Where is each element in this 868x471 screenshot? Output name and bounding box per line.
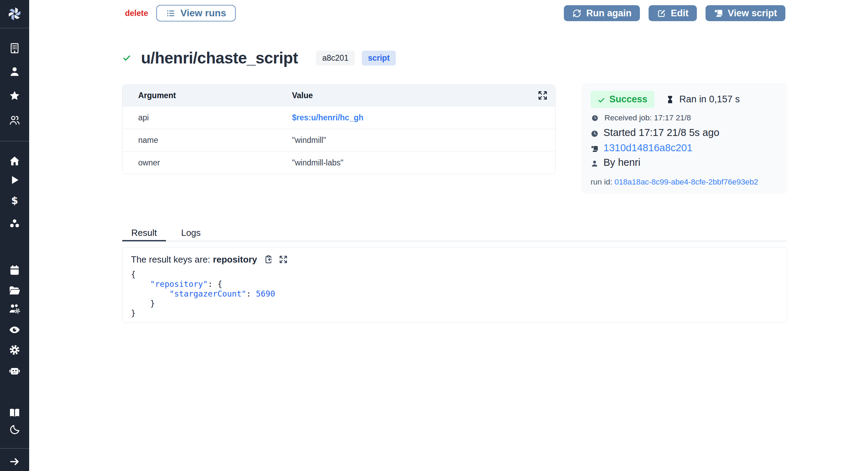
sidebar-divider bbox=[0, 448, 29, 449]
run-again-label: Run again bbox=[586, 8, 632, 19]
code-line: } bbox=[131, 308, 778, 318]
table-row: name"windmill" bbox=[123, 129, 555, 152]
list-icon bbox=[166, 9, 175, 18]
code-line: } bbox=[131, 299, 778, 308]
users-icon[interactable] bbox=[9, 114, 20, 126]
result-head: The result keys are: repository bbox=[131, 254, 778, 265]
windmill-run-page: $ delete View runs Run again Edit View s… bbox=[0, 0, 868, 471]
received-label: Received job: 17:17 21/8 bbox=[604, 113, 691, 122]
column-argument: Argument bbox=[123, 91, 292, 100]
script-hash-link[interactable]: 1310d14816a8c201 bbox=[603, 142, 692, 154]
clock-icon bbox=[591, 114, 599, 122]
folder-open-icon[interactable] bbox=[9, 284, 20, 296]
svg-text:$: $ bbox=[11, 195, 18, 206]
script-icon bbox=[714, 9, 723, 18]
hourglass-icon bbox=[666, 95, 675, 104]
by-label: By henri bbox=[603, 157, 640, 168]
page-title: u/henri/chaste_script bbox=[141, 49, 298, 67]
sidebar-divider bbox=[0, 28, 29, 28]
duration-label: Ran in 0,157 s bbox=[679, 94, 740, 105]
toolbar: delete View runs Run again Edit View scr… bbox=[122, 4, 785, 22]
argument-cell: owner bbox=[123, 158, 292, 168]
script-hash-row: 1310d14816a8c201 bbox=[591, 142, 778, 154]
boxes-icon[interactable] bbox=[9, 218, 20, 230]
delete-button[interactable]: delete bbox=[125, 9, 148, 18]
edit-button[interactable]: Edit bbox=[649, 5, 697, 21]
arguments-table: Argument Value api$res:u/henri/hc_ghname… bbox=[122, 84, 556, 174]
windmill-logo[interactable] bbox=[7, 6, 23, 22]
view-script-label: View script bbox=[728, 8, 777, 19]
view-script-button[interactable]: View script bbox=[706, 5, 785, 21]
expand-result-icon[interactable] bbox=[278, 255, 288, 264]
result-box: The result keys are: repository { "repos… bbox=[122, 247, 787, 323]
table-row: api$res:u/henri/hc_gh bbox=[123, 106, 555, 129]
value-cell: "windmill-labs" bbox=[292, 158, 555, 168]
sidebar: $ bbox=[0, 0, 29, 471]
view-runs-button[interactable]: View runs bbox=[156, 5, 236, 22]
moon-icon[interactable] bbox=[9, 424, 20, 436]
robot-icon[interactable] bbox=[9, 365, 20, 377]
arguments-table-header: Argument Value bbox=[123, 85, 555, 106]
duration: Ran in 0,157 s bbox=[666, 94, 740, 105]
result-tabs: ResultLogs bbox=[122, 225, 787, 241]
run-id-row: run id: 018a18ac-8c99-abe4-8cfe-2bbf76e9… bbox=[591, 178, 778, 187]
code-line: { bbox=[131, 269, 778, 279]
view-runs-label: View runs bbox=[180, 8, 226, 19]
sidebar-divider bbox=[0, 141, 29, 142]
users-gear-icon[interactable] bbox=[9, 303, 20, 315]
hash-badge: a8c201 bbox=[316, 51, 354, 66]
triggered-by: By henri bbox=[591, 157, 778, 168]
expand-table-icon[interactable] bbox=[537, 90, 548, 101]
tab-logs[interactable]: Logs bbox=[172, 225, 210, 241]
value-cell: "windmill" bbox=[292, 136, 555, 145]
building-icon[interactable] bbox=[9, 42, 20, 54]
run-again-button[interactable]: Run again bbox=[564, 5, 640, 21]
eye-icon[interactable] bbox=[9, 324, 20, 336]
edit-label: Edit bbox=[671, 8, 688, 19]
book-open-icon[interactable] bbox=[9, 407, 20, 419]
column-value: Value bbox=[292, 91, 555, 100]
received-job: Received job: 17:17 21/8 bbox=[591, 113, 778, 122]
play-icon[interactable] bbox=[9, 174, 20, 186]
result-keys-prefix: The result keys are: bbox=[131, 254, 210, 265]
star-icon[interactable] bbox=[9, 90, 20, 102]
started-at: Started 17:17 21/8 5s ago bbox=[591, 127, 778, 138]
status-label: Success bbox=[609, 94, 648, 105]
copy-result-icon[interactable] bbox=[263, 255, 273, 264]
tab-result[interactable]: Result bbox=[122, 225, 166, 241]
script-icon bbox=[591, 144, 599, 152]
title-row: u/henri/chaste_script a8c201 script bbox=[122, 49, 396, 67]
user-icon[interactable] bbox=[9, 66, 20, 77]
code-line: "stargazerCount": 5690 bbox=[131, 289, 778, 299]
home-icon[interactable] bbox=[9, 155, 20, 167]
run-id-link[interactable]: 018a18ac-8c99-abe4-8cfe-2bbf76e93eb2 bbox=[615, 178, 758, 186]
dollar-icon[interactable]: $ bbox=[9, 195, 20, 207]
started-label: Started 17:17 21/8 5s ago bbox=[603, 127, 719, 138]
success-check-icon bbox=[122, 53, 131, 62]
argument-cell: name bbox=[123, 136, 292, 145]
resource-link[interactable]: $res:u/henri/hc_gh bbox=[292, 113, 555, 122]
result-keys: repository bbox=[213, 254, 257, 265]
arrow-right-icon[interactable] bbox=[9, 456, 20, 468]
status-panel: Success Ran in 0,157 s Received job: 17:… bbox=[582, 83, 787, 194]
run-id-label: run id: bbox=[591, 178, 615, 186]
status-badge: Success bbox=[591, 91, 654, 108]
edit-icon bbox=[657, 9, 666, 18]
refresh-icon bbox=[572, 9, 582, 18]
person-icon bbox=[591, 159, 599, 166]
argument-cell: api bbox=[123, 113, 292, 122]
gear-icon[interactable] bbox=[9, 344, 20, 356]
check-icon bbox=[598, 96, 605, 103]
script-type-badge: script bbox=[362, 51, 396, 66]
code-line: "repository": { bbox=[131, 279, 778, 289]
table-row: owner"windmill-labs" bbox=[123, 152, 555, 174]
clock-icon bbox=[591, 129, 599, 137]
calendar-icon[interactable] bbox=[9, 264, 20, 276]
result-json: { "repository": { "stargazerCount": 5690… bbox=[131, 269, 778, 318]
